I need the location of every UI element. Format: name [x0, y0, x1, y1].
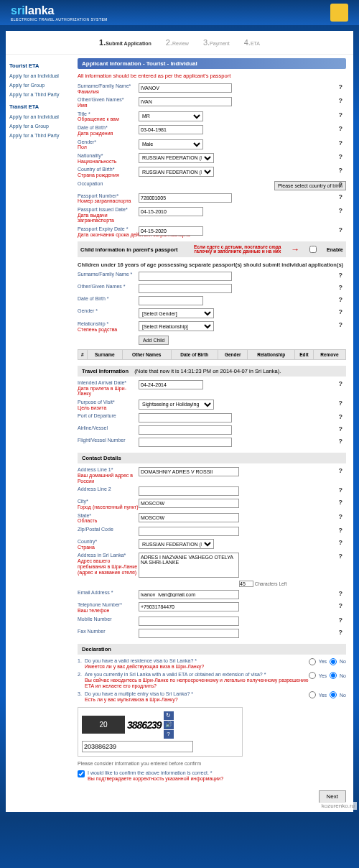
lbl-crel: Relationship *Степень родства: [78, 321, 139, 332]
pod-input[interactable]: [139, 413, 232, 423]
decl3-yes[interactable]: [309, 691, 316, 698]
al1-input[interactable]: [139, 467, 239, 476]
help-icon[interactable]: ?: [339, 590, 343, 597]
help-icon[interactable]: ?: [339, 321, 343, 328]
help-icon[interactable]: ?: [339, 539, 343, 546]
arrow-icon: →: [291, 244, 299, 254]
help-icon[interactable]: ?: [339, 617, 343, 624]
help-icon[interactable]: ?: [339, 272, 343, 279]
sidebar-link-tthird[interactable]: Apply for a Third Party: [9, 131, 74, 140]
fvn-input[interactable]: [139, 438, 232, 447]
iad-input[interactable]: [139, 380, 203, 389]
help-icon[interactable]: ?: [339, 400, 343, 407]
decl1-no[interactable]: [330, 658, 337, 665]
char-count: Characters Left: [239, 581, 286, 587]
step-2[interactable]: 2.Review: [166, 38, 189, 47]
help-icon[interactable]: ?: [339, 296, 343, 303]
help-icon[interactable]: ?: [339, 513, 343, 520]
fax-input[interactable]: [139, 629, 239, 638]
help-icon[interactable]: ?: [339, 486, 343, 494]
state-input[interactable]: [139, 513, 239, 522]
help-icon[interactable]: ?: [339, 153, 343, 160]
cgiven-input[interactable]: [139, 284, 232, 293]
help-icon[interactable]: ?: [339, 629, 343, 636]
crel-select[interactable]: [Select Relationship]: [139, 321, 214, 331]
help-icon[interactable]: ?: [339, 193, 343, 200]
help-icon[interactable]: ?: [339, 499, 343, 506]
next-button[interactable]: Next: [319, 790, 346, 803]
help-icon[interactable]: ?: [164, 730, 174, 739]
sidebar-link-third[interactable]: Apply for a Third Party: [9, 90, 74, 99]
decl2-no[interactable]: [330, 672, 337, 679]
gender-select[interactable]: Male: [139, 139, 203, 149]
pov-select[interactable]: Sightseeing or Holidaying: [139, 400, 214, 410]
captcha-input[interactable]: [82, 741, 193, 752]
decl3-no[interactable]: [330, 691, 337, 698]
decl2-yes[interactable]: [309, 672, 316, 679]
help-icon[interactable]: ?: [339, 181, 343, 188]
help-icon[interactable]: ?: [339, 527, 343, 534]
help-icon[interactable]: ?: [339, 308, 343, 315]
decl1-yes[interactable]: [309, 658, 316, 665]
watermark: kozurenko.ru: [320, 802, 357, 810]
country-select[interactable]: RUSSIAN FEDERATION (Р: [139, 539, 214, 549]
step-3[interactable]: 3.Payment: [203, 38, 230, 47]
cob-select[interactable]: RUSSIAN FEDERATION (Р: [139, 167, 214, 177]
confirm-text: I would like to confirm the above inform…: [88, 770, 223, 782]
sidebar-link-tindividual[interactable]: Apply for an Individual: [9, 112, 74, 121]
confirm-checkbox[interactable]: [78, 770, 85, 777]
lbl-country: Country*Страна: [78, 539, 139, 550]
select-cob-button[interactable]: Please select country of birth: [274, 181, 346, 190]
surname-input[interactable]: [139, 83, 232, 93]
help-icon[interactable]: ?: [339, 125, 343, 132]
help-icon[interactable]: ?: [339, 207, 343, 214]
city-input[interactable]: [139, 499, 239, 508]
declaration-header: Declaration: [78, 644, 346, 655]
help-icon[interactable]: ?: [339, 553, 343, 560]
csurname-input[interactable]: [139, 272, 232, 281]
sidebar-link-tgroup[interactable]: Apply for a Group: [9, 121, 74, 131]
al2-input[interactable]: [139, 486, 239, 496]
help-icon[interactable]: ?: [339, 413, 343, 420]
dob-input[interactable]: [139, 125, 203, 134]
enable-checkbox[interactable]: [309, 246, 317, 253]
email-input[interactable]: [139, 590, 239, 599]
cdob-input[interactable]: [139, 296, 203, 305]
help-icon[interactable]: ?: [339, 111, 343, 119]
help-icon[interactable]: ?: [339, 380, 343, 387]
help-icon[interactable]: ?: [339, 284, 343, 291]
help-icon[interactable]: ?: [339, 467, 343, 474]
cgender-select[interactable]: [Select Gender]: [139, 308, 214, 318]
steps: 1.Submit Application 2.Review 3.Payment …: [6, 31, 353, 55]
tel-input[interactable]: [139, 602, 239, 611]
audio-icon[interactable]: 🔊: [164, 721, 174, 729]
child-note: Если едете с детьми, поставьте сюда гало…: [187, 245, 281, 254]
th-surname: Surname: [87, 349, 122, 359]
sidebar-link-group[interactable]: Apply for Group: [9, 80, 74, 90]
title-select[interactable]: MR: [139, 111, 203, 121]
help-icon[interactable]: ?: [339, 97, 343, 104]
asl-textarea[interactable]: [139, 553, 239, 578]
help-icon[interactable]: ?: [339, 83, 343, 91]
refresh-icon[interactable]: ↻: [164, 711, 174, 720]
captcha-image-text: 3886239: [127, 719, 162, 731]
help-icon[interactable]: ?: [339, 226, 343, 234]
ped-input[interactable]: [139, 226, 203, 236]
help-icon[interactable]: ?: [339, 602, 343, 609]
help-icon[interactable]: ?: [339, 425, 343, 433]
zip-input[interactable]: [139, 527, 239, 536]
step-4[interactable]: 4.ETA: [244, 38, 260, 47]
lbl-given: Other/Given Names*Имя: [78, 97, 139, 108]
given-input[interactable]: [139, 97, 232, 106]
mob-input[interactable]: [139, 617, 239, 626]
pid-input[interactable]: [139, 207, 203, 216]
add-child-button[interactable]: Add Child: [139, 336, 169, 345]
sidebar-link-individual[interactable]: Apply for an Individual: [9, 71, 74, 80]
nationality-select[interactable]: RUSSIAN FEDERATION (Р: [139, 153, 214, 163]
help-icon[interactable]: ?: [339, 438, 343, 445]
help-icon[interactable]: ?: [339, 167, 343, 174]
step-1[interactable]: 1.Submit Application: [99, 38, 151, 47]
air-input[interactable]: [139, 425, 232, 435]
help-icon[interactable]: ?: [339, 139, 343, 147]
passport-input[interactable]: [139, 193, 232, 203]
